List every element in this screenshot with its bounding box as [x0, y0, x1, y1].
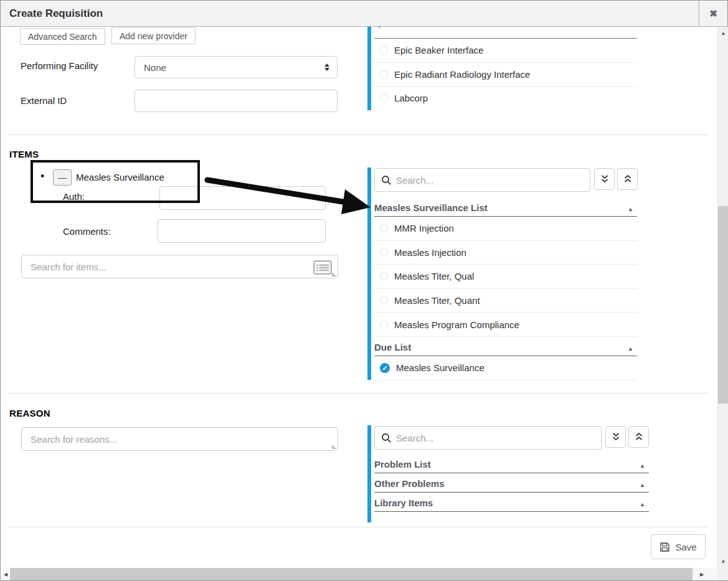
list-item[interactable]: ✓Measles Surveillance — [374, 356, 637, 380]
close-button[interactable]: ✖ — [699, 1, 727, 27]
list-item-label: Epic Beaker Interface — [394, 45, 483, 55]
list-item-label: Measles Titer, Quant — [394, 295, 480, 306]
group-header-label: Measles Surveillance List — [374, 202, 488, 213]
collapse-all-button[interactable] — [617, 168, 638, 190]
radio-icon[interactable] — [380, 70, 388, 78]
section-divider — [8, 393, 707, 394]
radio-icon[interactable] — [380, 321, 388, 329]
items-search-field — [21, 255, 338, 278]
modal-title: Create Requisition — [1, 7, 699, 20]
external-id-label: External ID — [21, 95, 67, 106]
double-chevron-down-icon — [600, 174, 609, 184]
radio-icon[interactable] — [380, 46, 388, 54]
vertical-scrollbar-thumb[interactable] — [718, 206, 728, 404]
close-icon: ✖ — [709, 8, 717, 19]
radio-icon[interactable] — [380, 94, 388, 102]
list-item[interactable]: Measles Program Compliance — [374, 313, 637, 337]
comments-label: Comments: — [63, 226, 111, 237]
group-header-label: Other Problems — [374, 478, 445, 489]
collapse-triangle-icon[interactable]: ▲ — [628, 205, 633, 213]
expand-all-button[interactable] — [594, 168, 615, 190]
scroll-right-icon[interactable]: ▶ — [697, 568, 706, 580]
list-item[interactable]: Epic Beaker Interface — [374, 39, 637, 63]
reason-heading: REASON — [9, 408, 50, 418]
checked-icon[interactable]: ✓ — [380, 363, 390, 373]
list-item[interactable]: MMR Injection — [374, 217, 637, 241]
list-group-header[interactable]: Other Problems▲ — [374, 473, 649, 493]
external-id-input[interactable] — [135, 90, 338, 112]
collapse-all-button[interactable] — [628, 426, 649, 448]
list-group-header[interactable]: Problem List▲ — [374, 454, 649, 473]
advanced-search-button[interactable]: Advanced Search — [20, 28, 105, 45]
resize-handle-icon[interactable] — [332, 272, 336, 276]
list-item-label: Epic Radiant Radiology Interface — [394, 69, 530, 80]
performing-facility-label: Performing Facility — [21, 60, 98, 71]
radio-icon[interactable] — [380, 224, 388, 232]
radio-icon[interactable] — [380, 248, 388, 257]
list-item[interactable]: Measles Injection — [374, 241, 637, 265]
group-header-label: Due List — [374, 342, 411, 352]
quick-list-panel: Quick List Epic Beaker InterfaceEpic Rad… — [367, 27, 642, 110]
collapse-item-button[interactable]: — — [53, 169, 72, 186]
double-chevron-up-icon — [623, 174, 632, 184]
reason-search-field — [21, 427, 338, 451]
collapse-triangle-icon[interactable]: ▲ — [640, 481, 645, 489]
items-search-input[interactable] — [22, 255, 338, 278]
collapse-triangle-icon[interactable]: ▲ — [640, 501, 645, 508]
items-panel-search-input[interactable] — [375, 169, 590, 191]
list-item-label: Measles Surveillance — [396, 362, 485, 373]
double-chevron-down-icon — [612, 432, 620, 442]
list-item-label: Measles Program Compliance — [394, 319, 519, 330]
list-item-label: Labcorp — [394, 93, 428, 103]
select-arrows-icon — [324, 64, 329, 71]
radio-icon[interactable] — [380, 272, 388, 280]
selected-item-name: Measles Surveillance — [76, 172, 164, 182]
item-bullet: • — [40, 170, 44, 183]
reason-search-input[interactable] — [22, 428, 338, 450]
auth-label: Auth: — [63, 191, 85, 202]
reason-panel-search-input[interactable] — [375, 427, 601, 449]
list-item-label: Measles Injection — [394, 247, 466, 258]
auth-input[interactable] — [159, 186, 326, 210]
save-disk-icon — [659, 542, 670, 552]
section-divider — [8, 135, 707, 135]
list-item[interactable]: Measles Titer, Quant — [374, 289, 637, 313]
footer-divider — [8, 527, 707, 527]
list-item[interactable]: Labcorp — [374, 87, 637, 110]
vertical-scrollbar[interactable]: ▲ ▼ — [717, 27, 728, 568]
comments-input[interactable] — [158, 219, 326, 243]
scroll-left-icon[interactable]: ◀ — [1, 568, 10, 580]
items-heading: ITEMS — [9, 149, 39, 159]
items-panel-search-field — [374, 168, 590, 192]
double-chevron-up-icon — [635, 432, 643, 442]
list-item-label: Measles Titer, Qual — [394, 271, 474, 281]
add-new-provider-button[interactable]: Add new provider — [111, 27, 196, 44]
collapse-triangle-icon[interactable]: ▲ — [640, 462, 645, 470]
scrollbar-corner — [717, 568, 728, 580]
panel-accent-bar — [367, 168, 371, 380]
items-panel-groups: Measles Surveillance List▲MMR InjectionM… — [374, 197, 637, 380]
collapse-triangle-icon[interactable]: ▲ — [628, 345, 633, 352]
item-list-picker-button[interactable] — [313, 260, 333, 275]
panel-accent-bar — [367, 425, 371, 522]
list-item-label: MMR Injection — [394, 223, 454, 234]
horizontal-scrollbar[interactable]: ◀ ▶ — [1, 568, 717, 580]
performing-facility-select[interactable]: None — [135, 56, 338, 78]
list-item[interactable]: Epic Radiant Radiology Interface — [374, 63, 637, 87]
radio-icon[interactable] — [380, 296, 388, 305]
list-group-header[interactable]: Library Items▲ — [374, 493, 649, 512]
reason-list-panel: Problem List▲Other Problems▲Library Item… — [367, 425, 656, 524]
scroll-up-icon[interactable]: ▲ — [718, 28, 728, 38]
quick-list-rows: Epic Beaker InterfaceEpic Radiant Radiol… — [374, 39, 637, 110]
resize-handle-icon[interactable] — [332, 445, 336, 449]
group-header-label: Problem List — [374, 459, 431, 470]
horizontal-scrollbar-thumb[interactable] — [10, 568, 693, 580]
expand-all-button[interactable] — [605, 426, 626, 448]
save-button[interactable]: Save — [651, 534, 706, 559]
group-header-label: Library Items — [374, 498, 433, 508]
list-item[interactable]: Measles Titer, Qual — [374, 265, 637, 289]
list-group-header[interactable]: Measles Surveillance List▲ — [374, 197, 637, 217]
list-group-header[interactable]: Due List▲ — [374, 337, 637, 356]
scroll-down-icon[interactable]: ▼ — [718, 557, 728, 567]
save-button-label: Save — [675, 542, 696, 552]
